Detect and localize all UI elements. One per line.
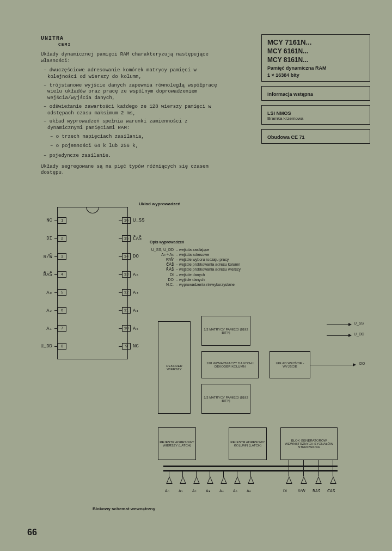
buffer-icon xyxy=(166,476,173,484)
signal-do: DO xyxy=(359,362,365,365)
block-diagram-label: Blokowy schemat wewnętrzny xyxy=(93,506,155,511)
pin-desc-row: U_SS, U_DD– wejścia zasilające xyxy=(150,247,241,252)
pinout-diagram: NC1DI2R/W̄3R̄ĀS̄4A₀5A₂6A₁7U_DD8U_SS16C̄Ā… xyxy=(41,207,139,359)
page-number: 66 xyxy=(27,528,37,537)
pin-right-11: A₄11 xyxy=(119,307,145,314)
buffer-icon xyxy=(301,476,307,484)
pin-desc-row: DI– wejście danych xyxy=(150,272,241,277)
product-info-boxes: MCY 7161N... MCY 6161N... MCY 8161N... P… xyxy=(261,34,370,148)
block-diagram: DEKODER WIERSZY 1/2 MATRYCY PAMIĘCI (819… xyxy=(158,316,365,501)
signal-addr: A₅ xyxy=(233,489,237,493)
pin-desc-row: C̄ĀS̄– wejście próbkowania adresu kolumn xyxy=(150,262,241,267)
pin-desc-row: N.C.– wyprowadzenia niewykorzystane xyxy=(150,282,241,287)
block-decoder: DEKODER WIERSZY xyxy=(158,321,191,414)
pin-right-15: C̄ĀS̄15 xyxy=(119,235,145,242)
buffer-icon xyxy=(315,476,322,484)
pin-left-8: U_DD8 xyxy=(40,343,66,350)
pin-desc-row: DO– wyjście danych xyxy=(150,277,241,282)
signal-ctrl: R̄ĀS̄ xyxy=(313,489,320,493)
signal-addr: A₃ xyxy=(206,489,210,493)
pin-right-10: A₅10 xyxy=(119,325,145,332)
pin-left-1: NC1 xyxy=(40,217,66,224)
pinout-title: Układ wyprowadzeń xyxy=(139,201,180,206)
buffer-icon xyxy=(286,476,292,484)
pin-right-12: A₃12 xyxy=(119,289,145,296)
buffer-icon xyxy=(193,476,200,484)
info-box-tech: LSI NMOS Bramka krzemowa xyxy=(261,105,370,125)
signal-addr: A₂ xyxy=(192,489,197,493)
pin-right-16: U_SS16 xyxy=(119,217,145,224)
buffer-icon xyxy=(330,476,336,484)
buffer-icon xyxy=(220,476,227,484)
block-amplifiers: 128 WZMACNIACZY DANYCH I DEKODER KOLUMN xyxy=(201,351,259,378)
pin-desc-row: A₀ ÷ A₆– wejścia adresowe xyxy=(150,252,241,257)
signal-addr: A₄ xyxy=(219,489,224,493)
pin-left-4: R̄ĀS̄4 xyxy=(40,271,66,278)
block-reg-cols: REJESTR ADRESOWY KOLUMN (LATCH) xyxy=(229,427,267,460)
signal-addr: A₆ xyxy=(247,489,251,493)
block-generators: BLOK GENERATORÓW WEWNĘTRZNYCH SYGNAŁÓW S… xyxy=(280,427,338,460)
pin-left-7: A₁7 xyxy=(40,325,66,332)
pin-left-5: A₀5 xyxy=(40,289,66,296)
block-io: UKŁAD WEJŚCIE - WYJŚCIE xyxy=(270,351,310,378)
signal-ctrl: C̄ĀS̄ xyxy=(327,489,335,493)
buffer-icon xyxy=(180,476,186,484)
product-title-box: MCY 7161N... MCY 6161N... MCY 8161N... P… xyxy=(261,34,370,82)
block-reg-rows: REJESTR ADRESOWY WIERSZY (LATCH) xyxy=(158,427,196,460)
pin-right-13: A₆13 xyxy=(119,271,145,278)
info-box-preliminary: Informacja wstępna xyxy=(261,86,370,101)
block-matrix-2: 1/2 MATRYCY PAMIĘCI (8192 BITY) xyxy=(201,384,250,414)
buffer-icon xyxy=(234,476,241,484)
chip-notch-icon xyxy=(86,207,99,213)
pin-left-6: A₂6 xyxy=(40,307,66,314)
pin-descriptions: Opis wyprowadzeń U_SS, U_DD– wejścia zas… xyxy=(150,240,241,287)
signal-uss: U_SS xyxy=(354,321,364,325)
buffer-icon xyxy=(248,476,254,484)
pin-desc-row: R/W̄– wejście wyboru rodzaju pracy xyxy=(150,257,241,262)
pin-desc-row: R̄ĀS̄– wejście próbkowania adresu wiersz… xyxy=(150,267,241,272)
signal-ctrl: R/W̄ xyxy=(298,489,305,493)
signal-addr: A₀ xyxy=(165,489,169,493)
info-box-package: Obudowa CE 71 xyxy=(261,129,370,144)
pin-left-3: R/W̄3 xyxy=(40,253,66,260)
signal-addr: A₁ xyxy=(179,489,183,493)
company-logo: UNITRA CEMI xyxy=(41,35,71,47)
intro-text: Układy dynamicznej pamięci RAM charakter… xyxy=(41,52,220,180)
pin-left-2: DI2 xyxy=(40,235,66,242)
pin-right-9: NC9 xyxy=(119,343,145,350)
block-matrix-1: 1/2 MATRYCY PAMIĘCI (8192 BITY) xyxy=(201,316,250,346)
pin-right-14: DO14 xyxy=(119,253,145,260)
signal-udd: U_DD xyxy=(354,332,364,336)
buffer-icon xyxy=(207,476,213,484)
signal-ctrl: DI xyxy=(283,489,287,493)
